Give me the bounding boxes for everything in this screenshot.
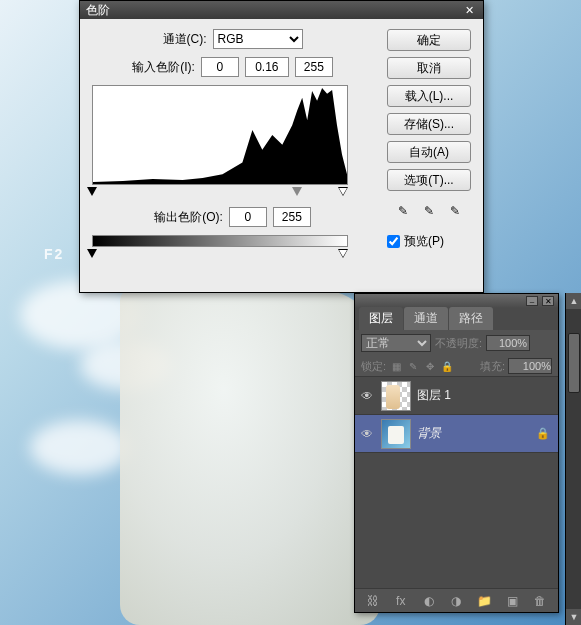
save-button[interactable]: 存储(S)... [387,113,471,135]
lock-pixels-icon[interactable]: ✎ [406,359,420,373]
tab-paths[interactable]: 路径 [449,307,493,330]
visibility-icon[interactable]: 👁 [359,426,375,442]
histogram [92,85,348,185]
tab-layers[interactable]: 图层 [359,307,403,330]
preview-checkbox[interactable] [387,235,400,248]
adjustment-icon[interactable]: ◑ [447,593,465,609]
folder-icon[interactable]: 📁 [475,593,493,609]
output-levels-label: 输出色阶(O): [154,209,223,226]
layer-thumbnail[interactable] [381,419,411,449]
mask-icon[interactable]: ◐ [420,593,438,609]
auto-button[interactable]: 自动(A) [387,141,471,163]
lock-position-icon[interactable]: ✥ [423,359,437,373]
opacity-field[interactable] [486,335,530,351]
panel-window-controls: – ✕ [355,294,558,308]
preview-label: 预览(P) [404,233,444,250]
lock-label: 锁定: [361,359,386,374]
lock-all-icon[interactable]: 🔒 [440,359,454,373]
panel-bottom-toolbar: ⛓ fx ◐ ◑ 📁 ▣ 🗑 [355,588,558,612]
fill-field[interactable] [508,358,552,374]
eyedropper-black-icon[interactable]: ✎ [393,201,413,221]
lock-transparency-icon[interactable]: ▦ [389,359,403,373]
levels-dialog: 色阶 ✕ 通道(C): RGB 输入色阶(I): [79,0,484,293]
input-slider-track[interactable] [92,187,348,199]
scroll-down-icon[interactable]: ▼ [566,609,581,625]
ok-button[interactable]: 确定 [387,29,471,51]
black-point-slider[interactable] [87,187,97,196]
fill-label: 填充: [480,359,505,374]
close-icon[interactable]: ✕ [462,4,477,17]
load-button[interactable]: 载入(L)... [387,85,471,107]
layers-panel: – ✕ 图层 通道 路径 正常 不透明度: 锁定: ▦ ✎ ✥ 🔒 填充: 👁 … [354,293,559,613]
input-gamma-field[interactable] [245,57,289,77]
channel-select[interactable]: RGB [213,29,303,49]
brand-text: F2 [44,246,64,262]
white-point-slider[interactable] [338,187,348,196]
output-black-field[interactable] [229,207,267,227]
layer-name[interactable]: 背景 [417,425,530,442]
figure-image [120,290,380,625]
output-slider-track[interactable] [92,249,348,261]
channel-label: 通道(C): [163,31,207,48]
panel-tabs: 图层 通道 路径 [355,308,558,330]
opacity-label: 不透明度: [435,336,482,351]
cloud-shape [30,420,130,475]
close-panel-icon[interactable]: ✕ [542,296,554,306]
output-black-slider[interactable] [87,249,97,258]
scroll-up-icon[interactable]: ▲ [566,293,581,309]
lock-icon: 🔒 [536,427,550,440]
input-levels-label: 输入色阶(I): [132,59,195,76]
visibility-icon[interactable]: 👁 [359,388,375,404]
layers-list: 👁 图层 1 👁 背景 🔒 [355,377,558,588]
scrollbar-thumb[interactable] [568,333,580,393]
options-button[interactable]: 选项(T)... [387,169,471,191]
cancel-button[interactable]: 取消 [387,57,471,79]
input-white-field[interactable] [295,57,333,77]
trash-icon[interactable]: 🗑 [531,593,549,609]
input-black-field[interactable] [201,57,239,77]
eyedropper-gray-icon[interactable]: ✎ [419,201,439,221]
vertical-scrollbar[interactable]: ▲ ▼ [565,293,581,625]
layer-row[interactable]: 👁 图层 1 [355,377,558,415]
gamma-slider[interactable] [292,187,302,196]
dialog-titlebar[interactable]: 色阶 ✕ [80,1,483,19]
layer-row[interactable]: 👁 背景 🔒 [355,415,558,453]
minimize-icon[interactable]: – [526,296,538,306]
eyedropper-white-icon[interactable]: ✎ [445,201,465,221]
new-layer-icon[interactable]: ▣ [503,593,521,609]
output-white-field[interactable] [273,207,311,227]
fx-icon[interactable]: fx [392,593,410,609]
output-white-slider[interactable] [338,249,348,258]
layer-thumbnail[interactable] [381,381,411,411]
output-gradient [92,235,348,247]
dialog-title: 色阶 [86,2,110,19]
tab-channels[interactable]: 通道 [404,307,448,330]
link-layers-icon[interactable]: ⛓ [364,593,382,609]
blend-mode-select[interactable]: 正常 [361,334,431,352]
layer-name[interactable]: 图层 1 [417,387,554,404]
